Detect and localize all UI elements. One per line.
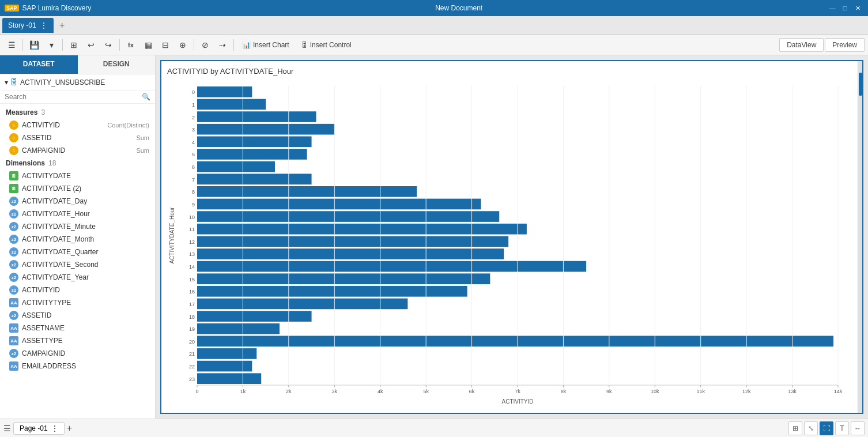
- dim-icon: 🗓: [9, 171, 18, 180]
- dim-icon: 🗓: [9, 184, 18, 193]
- redo-button[interactable]: ↪: [100, 37, 116, 53]
- dimension-field-item[interactable]: AA ASSETTYPE: [0, 334, 155, 347]
- y-tick-label: 17: [189, 302, 195, 307]
- search-icon[interactable]: 🔍: [142, 93, 150, 101]
- fit-width-button[interactable]: ⤡: [804, 421, 818, 435]
- field-name: ACTIVITYTYPE: [22, 299, 71, 307]
- tab-context-menu[interactable]: ⋮: [40, 21, 48, 30]
- close-button[interactable]: ✕: [852, 2, 863, 14]
- dimension-field-item[interactable]: 🗓 ACTIVITYDATE: [0, 169, 155, 182]
- dimensions-count: 18: [48, 159, 56, 167]
- dimensions-section-header: Dimensions 18: [0, 157, 155, 169]
- bar: [197, 224, 527, 235]
- search-input[interactable]: [5, 93, 142, 101]
- text-size-button[interactable]: T: [835, 421, 849, 435]
- y-tick-label: 1: [192, 102, 195, 108]
- y-tick-label: 23: [189, 376, 195, 382]
- scrollbar-thumb[interactable]: [859, 73, 862, 96]
- dimension-field-item[interactable]: z2 ACTIVITYDATE_Month: [0, 233, 155, 246]
- insert-chart-button[interactable]: 📊 Insert Chart: [237, 39, 295, 51]
- grid-view-button[interactable]: ⊞: [788, 421, 802, 435]
- fx-button[interactable]: fx: [123, 37, 139, 53]
- dimension-field-item[interactable]: 🗓 ACTIVITYDATE (2): [0, 182, 155, 195]
- field-name: CAMPAIGNID: [22, 349, 65, 357]
- measure-field-item[interactable]: ○ ACTIVITYID Count(Distinct): [0, 119, 155, 131]
- field-name: ACTIVITYDATE_Hour: [22, 210, 90, 218]
- field-name: ACTIVITYID: [22, 121, 60, 129]
- measure-field-item[interactable]: ○ CAMPAIGNID Sum: [0, 144, 155, 157]
- page-tab[interactable]: Page -01 ⋮: [13, 422, 65, 435]
- dimension-field-item[interactable]: z2 ASSETID: [0, 309, 155, 322]
- sidebar-toggle-button[interactable]: ☰: [3, 37, 20, 53]
- undo-button[interactable]: ↩: [83, 37, 99, 53]
- dim-icon: z2: [9, 260, 18, 269]
- doc-title: New Document: [435, 4, 482, 12]
- measure-field-item[interactable]: ○ ASSETID Sum: [0, 131, 155, 144]
- dimension-field-item[interactable]: AA ACTIVITYTYPE: [0, 296, 155, 309]
- x-tick-label: 4k: [378, 389, 383, 394]
- story-tab[interactable]: Story -01 ⋮: [2, 18, 54, 33]
- page-dots[interactable]: ⋮: [51, 424, 58, 432]
- restore-button[interactable]: □: [839, 2, 851, 14]
- dimension-field-item[interactable]: z2 ACTIVITYDATE_Quarter: [0, 246, 155, 258]
- field-name: ASSETNAME: [22, 324, 65, 332]
- design-tab[interactable]: DESIGN: [78, 55, 156, 74]
- y-tick-label: 2: [192, 115, 195, 120]
- minimize-button[interactable]: —: [827, 2, 838, 14]
- filter-button[interactable]: ⊘: [197, 37, 213, 53]
- save-dropdown[interactable]: ▾: [43, 37, 59, 53]
- main-content: DATASET DESIGN ▾ 🗄 ACTIVITY_UNSUBSCRIBE …: [0, 55, 868, 419]
- dimension-field-item[interactable]: z2 ACTIVITYID: [0, 284, 155, 296]
- field-name: ACTIVITYDATE: [22, 172, 71, 180]
- crosstab-button[interactable]: ⊕: [175, 37, 191, 53]
- dimension-field-item[interactable]: z2 ACTIVITYDATE_Hour: [0, 208, 155, 220]
- dimension-field-item[interactable]: z2 ACTIVITYDATE_Day: [0, 195, 155, 208]
- bar: [197, 361, 252, 372]
- bar: [197, 161, 275, 172]
- preview-button[interactable]: Preview: [825, 38, 865, 52]
- x-tick-label: 13k: [788, 389, 797, 394]
- insert-control-button[interactable]: 🎛 Insert Control: [296, 39, 357, 51]
- title-bar: SAP SAP Lumira Discovery New Document — …: [0, 0, 868, 16]
- x-tick-label: 11k: [696, 389, 705, 394]
- dimension-field-item[interactable]: z2 ACTIVITYDATE_Second: [0, 258, 155, 271]
- left-panel: DATASET DESIGN ▾ 🗄 ACTIVITY_UNSUBSCRIBE …: [0, 55, 156, 419]
- dim-icon: z2: [9, 222, 18, 231]
- insert-control-label: Insert Control: [310, 41, 352, 49]
- dimension-field-item[interactable]: AA ASSETNAME: [0, 322, 155, 334]
- x-tick-label: 9k: [606, 389, 612, 394]
- x-tick-label: 14k: [834, 389, 843, 394]
- bar: [197, 236, 508, 247]
- fit-page-button[interactable]: ⛶: [820, 421, 833, 435]
- field-name: ASSETID: [22, 134, 51, 142]
- bottom-menu-icon[interactable]: ☰: [3, 424, 11, 433]
- collapse-icon[interactable]: ▾: [5, 78, 8, 86]
- expand-button[interactable]: ↔: [851, 421, 865, 435]
- measures-section-header: Measures 3: [0, 106, 155, 119]
- page-label: Page -01: [20, 424, 48, 432]
- link-button[interactable]: ⇢: [214, 37, 231, 53]
- dataset-icon: 🗄: [10, 78, 18, 86]
- insert-table-button[interactable]: ▦: [140, 37, 156, 53]
- dimension-field-item[interactable]: z2 ACTIVITYDATE_Minute: [0, 220, 155, 233]
- dimension-field-item[interactable]: z2 ACTIVITYDATE_Year: [0, 271, 155, 284]
- data-button[interactable]: ⊞: [66, 37, 82, 53]
- app-name: SAP Lumira Discovery: [22, 4, 92, 12]
- layout-button[interactable]: ⊟: [157, 37, 173, 53]
- dim-icon: AA: [9, 323, 18, 333]
- dataview-button[interactable]: DataView: [779, 38, 824, 52]
- x-tick-label: 7k: [515, 389, 520, 394]
- right-scrollbar[interactable]: [858, 61, 862, 413]
- toolbar-separator-5: [233, 39, 234, 51]
- save-button[interactable]: 💾: [26, 37, 42, 53]
- bottom-right-controls: ⊞ ⤡ ⛶ T ↔: [788, 421, 865, 435]
- add-page-button[interactable]: +: [67, 423, 72, 434]
- dataset-name: ACTIVITY_UNSUBSCRIBE: [20, 78, 105, 86]
- bar: [197, 348, 256, 359]
- x-tick-label: 10k: [651, 389, 659, 394]
- y-tick-label: 13: [189, 251, 195, 257]
- dimension-field-item[interactable]: z2 CAMPAIGNID: [0, 347, 155, 360]
- dataset-tab[interactable]: DATASET: [0, 55, 78, 74]
- dimension-field-item[interactable]: AA EMAILADDRESS: [0, 360, 155, 372]
- add-tab-button[interactable]: +: [56, 19, 69, 32]
